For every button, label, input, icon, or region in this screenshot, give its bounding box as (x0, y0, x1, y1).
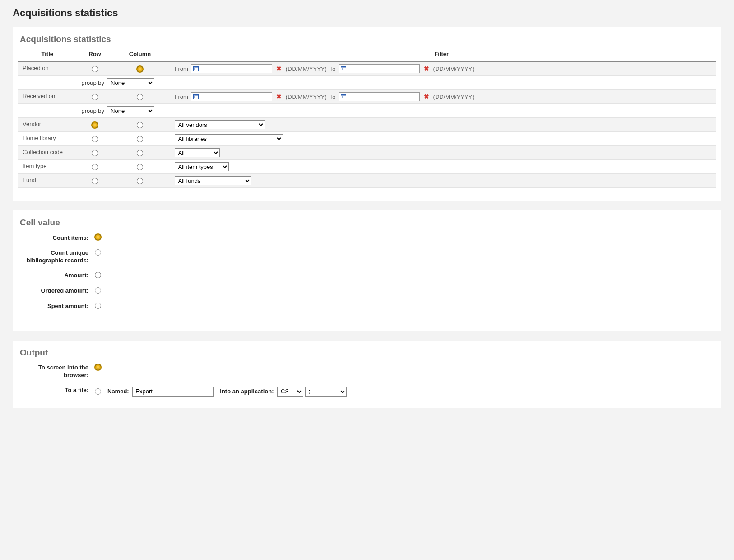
th-title: Title (18, 48, 77, 61)
radio-collection-code-column[interactable] (137, 150, 143, 156)
vendor-filter-select[interactable]: All vendors (175, 120, 265, 129)
received-on-from-input[interactable] (191, 92, 272, 101)
row-fund: Fund All funds (18, 174, 716, 188)
label-collection-code: Collection code (18, 146, 77, 160)
radio-count-items[interactable] (95, 234, 101, 240)
radio-spent-amount[interactable] (95, 303, 101, 309)
label-to: To (330, 65, 336, 72)
label-received-on: Received on (18, 90, 77, 104)
stats-table: Title Row Column Filter Placed on From (18, 48, 716, 188)
label-group-by: group by (82, 107, 105, 114)
calendar-icon (340, 93, 347, 100)
svg-rect-2 (194, 69, 195, 70)
cell-value-card: Cell value Count items: Count unique bib… (13, 210, 721, 331)
radio-placed-on-column[interactable] (137, 66, 143, 72)
radio-fund-column[interactable] (137, 178, 143, 184)
label-from: From (175, 93, 188, 100)
label-home-library: Home library (18, 132, 77, 146)
radio-count-unique[interactable] (95, 249, 101, 256)
section-heading-output: Output (20, 348, 716, 358)
radio-output-file[interactable] (95, 388, 101, 395)
label-from: From (175, 65, 188, 72)
item-type-filter-select[interactable]: All item types (175, 162, 229, 171)
row-placed-on: Placed on From ✖ (DD/MM/YYYY) (18, 61, 716, 76)
label-item-type: Item type (18, 160, 77, 174)
row-home-library: Home library All libraries (18, 132, 716, 146)
statistics-card: Acquisitions statistics Title Row Column… (13, 27, 721, 201)
label-count-unique: Count unique bibliographic records: (23, 249, 95, 265)
label-to-file: To a file: (23, 387, 95, 395)
label-to: To (330, 93, 336, 100)
clear-received-on-from-icon[interactable]: ✖ (275, 93, 283, 101)
label-spent-amount: Spent amount: (23, 303, 95, 311)
clear-placed-on-from-icon[interactable]: ✖ (275, 65, 283, 73)
format-select[interactable]: CSV (277, 387, 303, 397)
hint-placed-on-from: (DD/MM/YYYY) (286, 65, 327, 72)
radio-received-on-row[interactable] (92, 94, 98, 100)
radio-collection-code-row[interactable] (92, 150, 98, 156)
received-on-to-input[interactable] (339, 92, 420, 101)
radio-placed-on-row[interactable] (92, 66, 98, 72)
svg-rect-8 (194, 97, 195, 98)
placed-on-groupby-select[interactable]: None (107, 78, 154, 87)
radio-ordered-amount[interactable] (95, 287, 101, 294)
radio-vendor-column[interactable] (137, 122, 143, 128)
calendar-icon (193, 65, 199, 72)
radio-received-on-column[interactable] (137, 94, 143, 100)
radio-output-screen[interactable] (95, 364, 101, 370)
label-vendor: Vendor (18, 118, 77, 132)
section-heading-cell-value: Cell value (20, 218, 716, 228)
svg-rect-5 (342, 69, 343, 70)
received-on-groupby-select[interactable]: None (107, 106, 154, 115)
radio-amount[interactable] (95, 272, 101, 278)
hint-placed-on-to: (DD/MM/YYYY) (433, 65, 474, 72)
label-into-app: Into an application: (220, 388, 274, 395)
radio-home-library-column[interactable] (137, 136, 143, 142)
radio-item-type-column[interactable] (137, 164, 143, 170)
label-placed-on: Placed on (18, 61, 77, 76)
collection-code-filter-select[interactable]: All (175, 148, 220, 157)
row-received-on-groupby: group by None (18, 104, 716, 118)
th-filter: Filter (167, 48, 716, 61)
delimiter-select[interactable]: ; (305, 387, 347, 397)
row-received-on: Received on From ✖ (DD/MM/YYY (18, 90, 716, 104)
hint-received-on-to: (DD/MM/YYYY) (433, 93, 474, 100)
radio-home-library-row[interactable] (92, 136, 98, 142)
placed-on-to-input[interactable] (339, 64, 420, 73)
label-group-by: group by (82, 79, 105, 86)
clear-received-on-to-icon[interactable]: ✖ (423, 93, 431, 101)
svg-rect-11 (342, 97, 343, 98)
export-name-input[interactable] (132, 387, 214, 397)
page-title: Acquisitions statistics (13, 7, 721, 19)
output-card: Output To screen into the browser: To a … (13, 341, 721, 408)
label-ordered-amount: Ordered amount: (23, 287, 95, 295)
clear-placed-on-to-icon[interactable]: ✖ (423, 65, 431, 73)
home-library-filter-select[interactable]: All libraries (175, 134, 283, 143)
label-count-items: Count items: (23, 234, 95, 242)
label-fund: Fund (18, 174, 77, 188)
section-heading-statistics: Acquisitions statistics (20, 34, 716, 44)
calendar-icon (193, 93, 199, 100)
label-named: Named: (107, 388, 129, 395)
label-amount: Amount: (23, 272, 95, 280)
label-to-screen: To screen into the browser: (23, 364, 95, 379)
row-vendor: Vendor All vendors (18, 118, 716, 132)
radio-fund-row[interactable] (92, 178, 98, 184)
row-placed-on-groupby: group by None (18, 76, 716, 90)
row-collection-code: Collection code All (18, 146, 716, 160)
th-row: Row (77, 48, 113, 61)
placed-on-from-input[interactable] (191, 64, 272, 73)
fund-filter-select[interactable]: All funds (175, 176, 251, 185)
radio-vendor-row[interactable] (92, 122, 98, 128)
calendar-icon (340, 65, 347, 72)
hint-received-on-from: (DD/MM/YYYY) (286, 93, 327, 100)
th-column: Column (113, 48, 167, 61)
radio-item-type-row[interactable] (92, 164, 98, 170)
row-item-type: Item type All item types (18, 160, 716, 174)
